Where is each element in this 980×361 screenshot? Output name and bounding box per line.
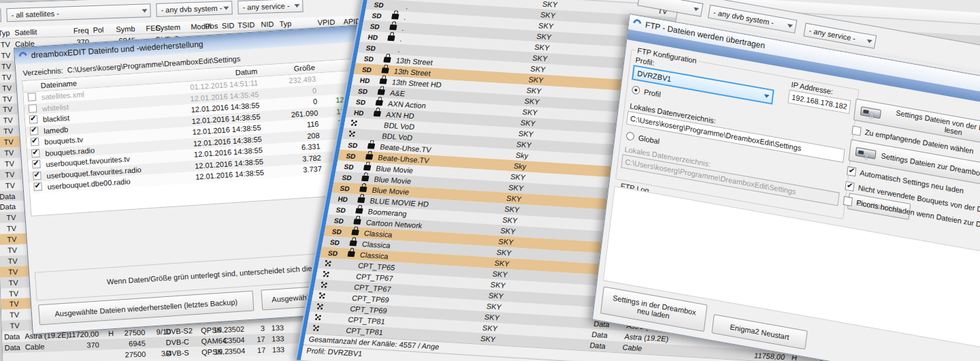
sd-hd-badge: HD	[334, 195, 352, 203]
lock-icon	[349, 240, 357, 247]
dreamboxedit-collage: - all satellites - - any dvb system - - …	[0, 0, 980, 361]
lock-icon	[347, 251, 355, 257]
sd-hd-badge: SD	[342, 152, 360, 160]
sd-hd-badge: SD	[354, 87, 372, 95]
radio-icon	[632, 85, 640, 95]
sd-hd-badge: SD	[328, 227, 346, 236]
sd-hd-badge: SD	[360, 54, 378, 63]
sd-hd-badge: SD	[368, 12, 386, 20]
sd-hd-badge: SD	[344, 141, 361, 149]
lock-icon	[359, 187, 367, 193]
lock-icon	[376, 100, 383, 106]
sd-hd-badge: SD	[340, 163, 358, 171]
service-filter-combo[interactable]: - any service -	[238, 0, 304, 14]
file-checkbox[interactable]	[32, 160, 41, 169]
data-service-icon	[348, 129, 357, 138]
sd-hd-badge: HD	[364, 33, 382, 42]
data-service-icon	[323, 260, 332, 268]
sd-hd-badge: SD	[358, 65, 376, 74]
lock-icon	[355, 208, 363, 214]
data-service-icon	[350, 119, 359, 127]
chevron-down-icon	[142, 9, 147, 15]
data-service-icon	[316, 302, 325, 311]
chevron-down-icon	[866, 40, 872, 46]
lock-icon	[383, 57, 391, 63]
chevron-down-icon	[787, 24, 793, 31]
sd-hd-badge: SD	[330, 217, 348, 225]
dreambox-download-icon: ⇩	[860, 106, 881, 119]
lock-icon	[365, 154, 373, 160]
dreamboxedit-logo-icon	[17, 50, 29, 62]
sd-hd-badge: SD	[324, 249, 342, 257]
lock-icon	[389, 25, 397, 31]
chevron-down-icon	[764, 94, 770, 101]
checkbox-icon	[851, 125, 861, 136]
file-checkbox[interactable]	[31, 148, 40, 157]
file-checkbox[interactable]	[29, 115, 38, 124]
data-service-icon	[318, 292, 327, 300]
chevron-down-icon	[294, 4, 299, 10]
chevron-down-icon	[223, 6, 229, 12]
sd-hd-badge: SD	[336, 185, 354, 193]
file-checkbox[interactable]	[30, 126, 39, 135]
file-checkbox[interactable]	[29, 104, 37, 112]
lock-icon	[353, 219, 361, 225]
lock-icon	[374, 111, 381, 117]
sd-hd-badge: HD	[356, 76, 374, 84]
sd-hd-badge: HD	[350, 109, 368, 117]
checkbox-icon	[845, 181, 854, 191]
sd-hd-badge: SD	[352, 98, 370, 106]
lock-icon	[377, 89, 385, 95]
lock-icon	[363, 165, 371, 171]
lock-icon	[351, 230, 359, 236]
sd-hd-badge: SD	[332, 206, 350, 214]
data-service-icon	[314, 313, 323, 321]
satellite-filter-combo[interactable]: - all satellites -	[6, 3, 151, 22]
lock-icon	[391, 14, 399, 20]
lock-icon	[368, 143, 375, 149]
dvb-system-filter-combo[interactable]: - any dvb system -	[156, 1, 233, 17]
chevron-down-icon	[693, 7, 699, 14]
sd-hd-badge: SD	[338, 174, 356, 182]
filter-combo-stub[interactable]	[0, 8, 1, 23]
file-checkbox[interactable]	[33, 171, 42, 180]
data-service-icon	[321, 270, 330, 278]
sd-hd-badge: SD	[370, 1, 388, 9]
lock-icon	[357, 197, 365, 203]
file-checkbox[interactable]	[31, 138, 39, 146]
file-checkbox[interactable]	[27, 93, 36, 101]
sd-hd-badge: SD	[366, 22, 384, 31]
data-service-icon	[319, 281, 328, 289]
lock-icon	[379, 78, 387, 84]
lock-icon	[381, 67, 389, 74]
file-checkbox[interactable]	[33, 183, 42, 191]
sd-hd-badge: SD	[326, 238, 344, 247]
dreambox-upload-icon: ⇧	[855, 146, 877, 159]
radio-icon	[625, 131, 634, 141]
sd-hd-badge: SD	[362, 44, 380, 52]
lock-icon	[387, 35, 395, 42]
lock-icon	[361, 176, 369, 182]
dreamboxedit-logo-icon	[632, 18, 643, 29]
ftp-transfer-dialog: FTP - Dateien werden übertragen FTP Konf…	[592, 14, 980, 361]
checkbox-icon	[847, 166, 856, 176]
checkbox-icon	[843, 196, 853, 206]
data-service-icon	[312, 324, 321, 332]
